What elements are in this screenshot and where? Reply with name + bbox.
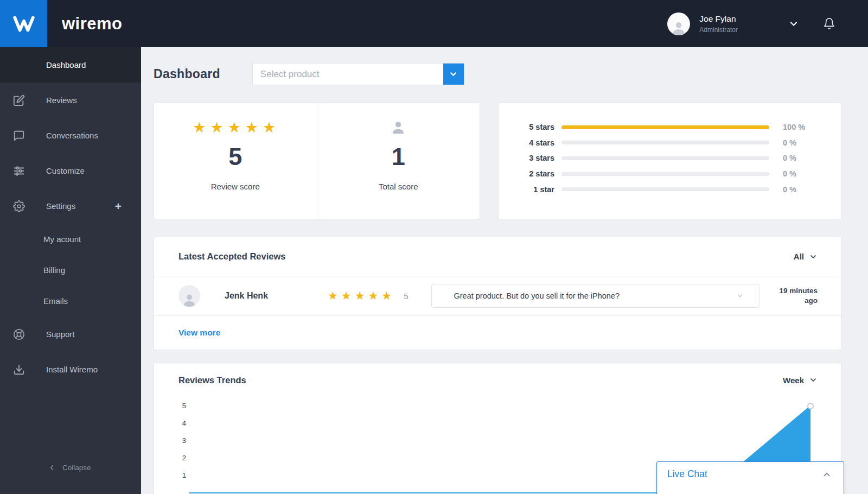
review-text-expander[interactable]: Great product. But do you sell it for th…: [431, 284, 760, 308]
wiremo-logo-icon[interactable]: [0, 0, 47, 47]
lifebuoy-icon: [13, 328, 25, 340]
live-chat-widget[interactable]: Live Chat: [656, 461, 844, 494]
score-summary-card: ★★★★★ 5 Review score 1 Total score: [154, 102, 480, 219]
distribution-row: 5 stars 100 %: [499, 119, 841, 135]
y-tick: 5: [178, 397, 186, 415]
review-score-panel: ★★★★★ 5 Review score: [154, 103, 317, 219]
distribution-percent: 100 %: [783, 123, 815, 131]
sidebar-item-emails[interactable]: Emails: [0, 286, 141, 316]
user-info: Joe Fylan Administrator: [699, 14, 738, 34]
sidebar-item-settings[interactable]: Settings +: [0, 188, 141, 224]
chevron-up-icon: [822, 470, 832, 479]
sidebar-item-label: Support: [46, 330, 75, 339]
review-stars-icon: ★★★★★: [328, 289, 395, 302]
review-timestamp: 19 minutes ago: [773, 286, 818, 306]
distribution-percent: 0 %: [783, 138, 815, 147]
gear-icon: [13, 200, 25, 212]
chevron-down-icon: [809, 252, 818, 261]
review-score-number: 5: [404, 292, 408, 301]
trends-title: Reviews Trends: [178, 375, 246, 385]
user-menu-chevron-down-icon[interactable]: [788, 18, 799, 29]
user-role: Administrator: [699, 26, 738, 34]
distribution-label: 4 stars: [518, 138, 554, 147]
distribution-label: 2 stars: [518, 169, 554, 178]
product-select-dropdown[interactable]: Select product: [252, 63, 464, 85]
chevron-left-icon: [48, 464, 56, 472]
sidebar-item-label: My acount: [43, 235, 81, 244]
sidebar-item-reviews[interactable]: Reviews: [0, 83, 141, 118]
product-select-chevron-button[interactable]: [443, 64, 464, 85]
main-content: Dashboard Select product ★★★★★ 5 Review …: [141, 47, 868, 494]
distribution-row: 3 stars 0 %: [499, 150, 841, 166]
y-tick: 1: [178, 467, 186, 484]
distribution-row: 2 stars 0 %: [499, 166, 841, 182]
page-title: Dashboard: [154, 67, 220, 81]
sidebar-item-support[interactable]: Support: [0, 316, 141, 352]
review-text: Great product. But do you sell it for th…: [454, 292, 619, 300]
sliders-icon: [13, 165, 25, 177]
distribution-label: 5 stars: [518, 123, 554, 131]
distribution-label: 3 stars: [518, 154, 554, 162]
sidebar-item-billing[interactable]: Billing: [0, 255, 141, 286]
y-tick: 3: [178, 432, 186, 449]
chevron-down-icon: [809, 376, 818, 384]
distribution-row: 4 stars 0 %: [499, 135, 841, 151]
latest-reviews-title: Latest Accepted Reviews: [178, 251, 285, 262]
notifications-bell-icon[interactable]: [823, 17, 835, 30]
sidebar-collapse-button[interactable]: Collapse: [0, 460, 141, 474]
sidebar-item-label: Conversations: [46, 131, 98, 140]
view-more-link[interactable]: View more: [178, 328, 220, 338]
sidebar-item-dashboard[interactable]: Dashboard: [0, 47, 141, 83]
total-score-panel: 1 Total score: [317, 103, 480, 219]
collapse-label: Collapse: [62, 464, 91, 472]
y-tick: 2: [178, 449, 186, 467]
distribution-bar: [561, 187, 769, 191]
y-tick: 4: [178, 415, 186, 432]
total-score-label: Total score: [379, 182, 418, 191]
trends-period-value: Week: [783, 376, 804, 385]
sidebar-item-label: Customize: [46, 166, 85, 175]
review-score-value: 5: [228, 143, 242, 171]
sidebar-item-label: Install Wiremo: [46, 365, 98, 374]
topbar: wiremo Joe Fylan Administrator: [0, 0, 868, 47]
distribution-label: 1 star: [518, 185, 554, 194]
distribution-percent: 0 %: [783, 154, 815, 162]
reviews-filter-dropdown[interactable]: All: [794, 252, 818, 261]
review-score-stars-icon: ★★★★★: [190, 118, 280, 137]
sidebar-item-label: Settings: [46, 201, 75, 211]
sidebar-item-label: Emails: [43, 296, 68, 306]
chevron-down-icon: [737, 293, 744, 300]
distribution-bar: [561, 125, 769, 129]
distribution-percent: 0 %: [783, 185, 815, 194]
plus-icon[interactable]: +: [115, 200, 122, 213]
trends-period-dropdown[interactable]: Week: [783, 376, 818, 385]
sidebar-item-customize[interactable]: Customize: [0, 153, 141, 188]
star-distribution-card: 5 stars 100 % 4 stars 0 % 3 stars 0 % 2 …: [498, 102, 842, 219]
edit-icon: [13, 94, 25, 106]
review-row: Jenk Henk ★★★★★ 5 Great product. But do …: [154, 276, 841, 316]
latest-reviews-card: Latest Accepted Reviews All Jenk Henk ★★…: [154, 237, 842, 350]
sidebar-item-my-account[interactable]: My acount: [0, 224, 141, 255]
distribution-row: 1 star 0 %: [499, 181, 841, 197]
live-chat-label: Live Chat: [667, 468, 707, 480]
distribution-bar: [561, 172, 769, 176]
distribution-percent: 0 %: [783, 169, 815, 178]
chat-icon: [13, 130, 25, 142]
person-icon: [390, 118, 406, 137]
product-select-placeholder: Select product: [253, 64, 443, 85]
chart-y-axis: 5 4 3 2 1: [178, 397, 186, 494]
sidebar-item-label: Dashboard: [46, 60, 86, 69]
sidebar-item-install-wiremo[interactable]: Install Wiremo: [0, 352, 141, 387]
distribution-bar: [561, 141, 769, 144]
reviews-filter-value: All: [794, 252, 804, 261]
sidebar: Dashboard Reviews Conversations Customiz…: [0, 47, 141, 494]
sidebar-item-label: Reviews: [46, 96, 77, 105]
total-score-value: 1: [392, 143, 405, 171]
user-avatar[interactable]: [667, 12, 690, 35]
user-name: Joe Fylan: [699, 14, 738, 24]
review-score-label: Review score: [211, 182, 260, 191]
reviewer-avatar: [178, 285, 200, 307]
distribution-bar: [561, 156, 769, 160]
sidebar-item-conversations[interactable]: Conversations: [0, 118, 141, 153]
brand-name: wiremo: [62, 14, 123, 34]
